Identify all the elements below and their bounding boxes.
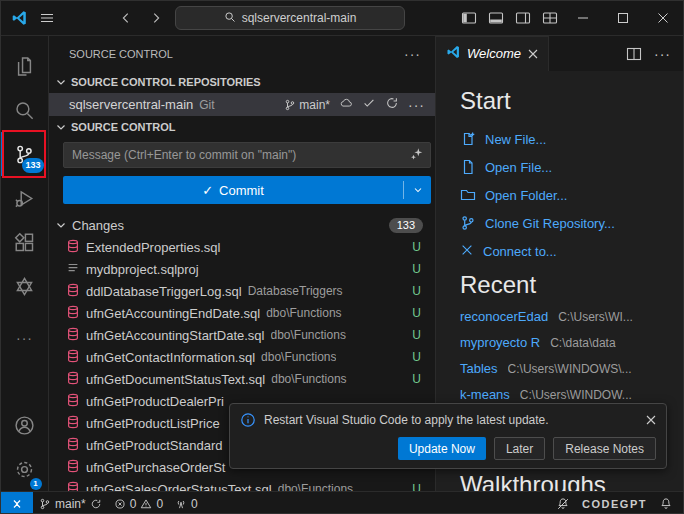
open-folder-link[interactable]: Open Folder...: [460, 181, 683, 209]
recent-link[interactable]: reconocerEdad: [460, 309, 548, 324]
commit-split-button: ✓ Commit: [63, 176, 431, 204]
source-control-icon[interactable]: 133: [1, 132, 49, 176]
file-row[interactable]: ExtendedProperties.sql U: [49, 236, 435, 258]
recent-item: Tables C:\Users\WINDOWS\...: [460, 361, 683, 387]
sidebar-title-row: SOURCE CONTROL ···: [49, 36, 435, 71]
file-row[interactable]: ddlDatabaseTriggerLog.sql DatabaseTrigge…: [49, 280, 435, 302]
clone-repo-link[interactable]: Clone Git Repository...: [460, 209, 683, 237]
refresh-icon[interactable]: [385, 96, 399, 113]
vscode-logo-icon: [446, 45, 460, 62]
notification-close-icon[interactable]: [646, 413, 656, 428]
minimize-icon[interactable]: [563, 1, 603, 35]
cloud-sync-icon[interactable]: [339, 96, 353, 113]
database-file-icon: [66, 393, 80, 410]
repository-row[interactable]: sqlservercentral-main Git main*: [49, 93, 435, 116]
editor-actions: ···: [614, 36, 683, 71]
toggle-secondary-sidebar-icon[interactable]: [509, 1, 536, 35]
database-file-icon: [66, 305, 80, 322]
git-status: U: [412, 306, 421, 320]
ai-commit-message-icon[interactable]: [410, 147, 424, 164]
editor-more-icon[interactable]: ···: [654, 47, 671, 61]
repo-type: Git: [199, 98, 214, 112]
scm-section-header[interactable]: SOURCE CONTROL: [49, 116, 435, 138]
remote-indicator[interactable]: [1, 492, 33, 514]
info-icon: [240, 412, 256, 428]
recent-link[interactable]: k-means: [460, 387, 510, 402]
release-notes-button[interactable]: Release Notes: [553, 437, 656, 460]
ports-indicator[interactable]: 0: [169, 492, 204, 514]
git-status: U: [412, 284, 421, 298]
recent-link[interactable]: myproyecto R: [460, 335, 540, 350]
tab-close-icon[interactable]: [528, 49, 538, 59]
recent-link[interactable]: Tables: [460, 361, 498, 376]
database-file-icon: [66, 415, 80, 432]
chevron-down-icon: [53, 119, 69, 135]
account-icon[interactable]: [1, 403, 49, 447]
repo-name: sqlservercentral-main: [69, 97, 193, 112]
forward-icon[interactable]: [145, 7, 167, 29]
close-icon[interactable]: [643, 1, 683, 35]
file-row[interactable]: mydbproject.sqlproj U: [49, 258, 435, 280]
back-icon[interactable]: [115, 7, 137, 29]
new-file-link[interactable]: New File...: [460, 125, 683, 153]
settings-gear-icon[interactable]: 1: [1, 447, 49, 491]
recent-item: myproyecto R C:\data\data: [460, 335, 683, 361]
file-row[interactable]: ufnGetContactInformation.sql dbo\Functio…: [49, 346, 435, 368]
remote-connect-icon: [460, 243, 474, 260]
run-debug-icon[interactable]: [1, 176, 49, 220]
chevron-down-icon: [53, 217, 69, 233]
vscode-logo-icon: [11, 10, 27, 26]
git-branch-icon: [460, 215, 476, 231]
tab-title: Welcome: [467, 46, 521, 61]
search-view-icon[interactable]: [1, 88, 49, 132]
extensions-icon[interactable]: [1, 220, 49, 264]
repo-more-icon[interactable]: ···: [408, 98, 425, 112]
commit-button[interactable]: ✓ Commit: [63, 176, 403, 204]
branch-indicator[interactable]: main*: [33, 492, 108, 514]
commit-message-input[interactable]: [70, 147, 410, 163]
changes-header[interactable]: Changes 133: [49, 214, 435, 236]
database-file-icon: [66, 437, 80, 454]
open-file-link[interactable]: Open File...: [460, 153, 683, 181]
toggle-panel-icon[interactable]: [482, 1, 509, 35]
menu-icon[interactable]: [39, 10, 55, 26]
commit-dropdown-icon[interactable]: [404, 176, 431, 204]
more-views-icon[interactable]: ···: [1, 316, 49, 360]
toggle-sidebar-icon[interactable]: [455, 1, 482, 35]
command-center-search[interactable]: sqlservercentral-main: [175, 6, 405, 30]
customize-layout-icon[interactable]: [536, 1, 563, 35]
check-icon: ✓: [202, 183, 213, 198]
file-row[interactable]: ufnGetSalesOrderStatusText.sql dbo\Funct…: [49, 478, 435, 491]
activity-bar: 133 ··· 1: [1, 36, 49, 491]
commit-check-icon[interactable]: [362, 96, 376, 113]
file-row[interactable]: ufnGetAccountingEndDate.sql dbo\Function…: [49, 302, 435, 324]
bell-icon: [659, 497, 673, 511]
do-not-disturb-indicator[interactable]: [550, 492, 576, 514]
file-row[interactable]: ufnGetAccountingStartDate.sql dbo\Functi…: [49, 324, 435, 346]
split-editor-icon[interactable]: [626, 46, 642, 62]
problems-indicator[interactable]: 0 0: [108, 492, 169, 514]
update-now-button[interactable]: Update Now: [398, 437, 486, 460]
repo-branch[interactable]: main*: [284, 98, 330, 112]
later-button[interactable]: Later: [494, 437, 545, 460]
search-value: sqlservercentral-main: [242, 11, 357, 25]
project-file-icon: [66, 261, 80, 278]
maximize-icon[interactable]: [603, 1, 643, 35]
git-status: U: [412, 262, 421, 276]
connect-to-link[interactable]: Connect to...: [460, 237, 683, 265]
sidebar-more-icon[interactable]: ···: [404, 47, 421, 61]
new-file-icon: [460, 131, 476, 147]
warning-icon: [140, 498, 152, 510]
status-bar: main* 0 0 0 CODEGPT: [1, 491, 683, 514]
ai-extension-icon[interactable]: [1, 264, 49, 308]
changes-count-badge: 133: [389, 218, 423, 233]
notification-message: Restart Visual Studio Code to apply the …: [264, 413, 638, 427]
database-file-icon: [66, 239, 80, 256]
file-row[interactable]: ufnGetDocumentStatusText.sql dbo\Functio…: [49, 368, 435, 390]
explorer-icon[interactable]: [1, 44, 49, 88]
tab-welcome[interactable]: Welcome: [436, 36, 549, 71]
codegpt-indicator[interactable]: CODEGPT: [576, 492, 653, 514]
repos-section-header[interactable]: SOURCE CONTROL REPOSITORIES: [49, 71, 435, 93]
bell-slash-icon: [556, 497, 570, 511]
notifications-indicator[interactable]: [653, 492, 683, 514]
